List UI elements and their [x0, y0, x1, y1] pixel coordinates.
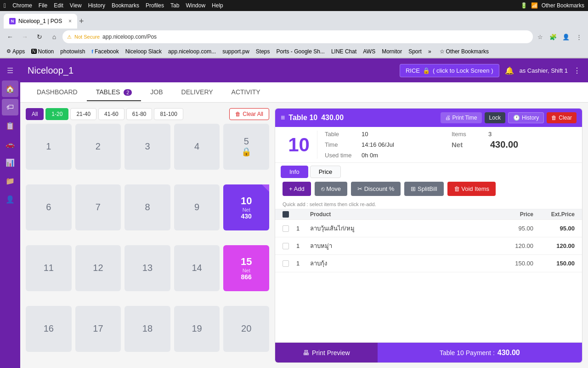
home-button[interactable]: ⌂ [48, 30, 61, 43]
browser-tab-active[interactable]: N Niceloop_1 | POS × [4, 14, 77, 29]
apps-icon: ⚙ [6, 48, 11, 54]
menu-tab[interactable]: Tab [170, 2, 179, 9]
bookmark-steps[interactable]: Steps [253, 47, 273, 56]
filter-81-100-button[interactable]: 81-100 [154, 108, 183, 120]
extension-icon[interactable]: 🧩 [548, 31, 559, 42]
tab-dashboard[interactable]: DASHBOARD [28, 84, 87, 101]
bookmark-line-chat[interactable]: LINE Chat [328, 47, 359, 56]
table-18[interactable]: 18 [124, 306, 170, 352]
sport-label: Sport [408, 48, 422, 55]
tab-tables[interactable]: TABLES 2 [87, 84, 141, 101]
table-9[interactable]: 9 [174, 184, 220, 230]
tab-activity[interactable]: ACTIVITY [222, 84, 270, 101]
sidebar-icon-user[interactable]: 👤 [2, 191, 18, 207]
apple-menu[interactable]:  [4, 2, 6, 9]
menu-help[interactable]: Help [212, 2, 223, 9]
sidebar-icon-tag[interactable]: 🏷 [2, 99, 18, 115]
price-tab[interactable]: Price [310, 166, 341, 178]
table-15[interactable]: 15 Net 866 [223, 245, 269, 291]
sidebar-icon-home[interactable]: 🏠 [2, 80, 18, 97]
item-checkbox-2[interactable] [283, 243, 289, 249]
split-bill-button[interactable]: ⊞ SplitBill [404, 182, 443, 196]
forward-button[interactable]: → [18, 30, 31, 43]
table-3[interactable]: 3 [124, 124, 170, 170]
bookmark-notion[interactable]: N Notion [28, 47, 57, 56]
bookmark-facebook[interactable]: f Facebook [89, 47, 121, 56]
sidebar-icon-chart[interactable]: 📊 [2, 154, 18, 171]
bookmark-aws[interactable]: AWS [360, 47, 378, 56]
sidebar-icon-delivery[interactable]: 🚗 [2, 136, 18, 152]
payment-button[interactable]: Table 10 Payment : 430.00 [378, 343, 582, 362]
history-button[interactable]: 🕐 History [508, 112, 544, 123]
profile-icon[interactable]: 👤 [560, 31, 571, 42]
table-16[interactable]: 16 [26, 306, 72, 352]
table-4[interactable]: 4 [174, 124, 220, 170]
menu-edit[interactable]: Edit [54, 2, 63, 9]
bookmark-more[interactable]: » [425, 47, 434, 56]
address-bar[interactable]: ⚠ Not Secure app.niceloop.com/Pos [62, 30, 533, 43]
table-5[interactable]: 5 🔒 [223, 124, 269, 170]
more-icon[interactable]: ⋮ [573, 66, 581, 75]
bookmark-photowish[interactable]: photowish [57, 47, 88, 56]
menu-bookmarks[interactable]: Bookmarks [112, 2, 139, 9]
tab-delivery[interactable]: DELIVERY [172, 84, 222, 101]
bookmark-other[interactable]: ☆ Other Bookmarks [437, 47, 492, 56]
filter-41-60-button[interactable]: 41-60 [98, 108, 124, 120]
filter-all-button[interactable]: All [26, 108, 44, 120]
void-items-button[interactable]: 🗑 Void Items [447, 182, 496, 196]
lock-button[interactable]: Lock [485, 112, 505, 123]
tab-close-button[interactable]: × [68, 18, 72, 24]
header-checkbox[interactable] [283, 211, 289, 218]
bookmark-support[interactable]: support.pw [220, 47, 252, 56]
bookmark-star-icon[interactable]: ☆ [535, 31, 546, 42]
filter-21-40-button[interactable]: 21-40 [70, 108, 96, 120]
bookmark-ports[interactable]: Ports - Google Sh... [274, 47, 328, 56]
table-14[interactable]: 14 [174, 245, 220, 291]
back-button[interactable]: ← [4, 30, 17, 43]
table-2[interactable]: 2 [75, 124, 121, 170]
bookmark-niceloop-app[interactable]: app.niceloop.com... [165, 47, 219, 56]
item-checkbox-1[interactable] [283, 225, 289, 232]
add-button[interactable]: + Add [283, 182, 311, 196]
table-20[interactable]: 20 [223, 306, 269, 352]
table-10[interactable]: 10 Net 430 [223, 184, 269, 230]
menu-file[interactable]: File [39, 2, 47, 9]
table-1[interactable]: 1 [26, 124, 72, 170]
reload-button[interactable]: ↻ [33, 30, 46, 43]
clear-button[interactable]: 🗑 Clear [547, 112, 577, 123]
lock-screen-button[interactable]: RICE 🔒 ( click to Lock Screen ) [400, 64, 499, 77]
bookmark-mornitor[interactable]: Mornitor [379, 47, 405, 56]
bookmark-apps[interactable]: ⚙ Apps [4, 47, 28, 56]
table-8[interactable]: 8 [124, 184, 170, 230]
item-checkbox-3[interactable] [283, 260, 289, 267]
print-time-button[interactable]: 🖨 Print Time [441, 112, 482, 123]
table-6[interactable]: 6 [26, 184, 72, 230]
discount-button[interactable]: ✂ Discount % [351, 182, 401, 196]
table-12[interactable]: 12 [75, 245, 121, 291]
move-button[interactable]: ⎋ Move [315, 182, 347, 196]
table-19[interactable]: 19 [174, 306, 220, 352]
menu-profiles[interactable]: Profiles [146, 2, 164, 9]
tab-job[interactable]: JOB [141, 84, 172, 101]
bookmark-niceloop-slack[interactable]: Niceloop Slack [123, 47, 164, 56]
filter-61-80-button[interactable]: 61-80 [126, 108, 153, 120]
clear-all-button[interactable]: 🗑 Clear All [229, 108, 269, 120]
sidebar-icon-reports[interactable]: 📁 [2, 172, 18, 189]
info-tab[interactable]: Info [281, 166, 308, 178]
app-menu-chrome[interactable]: Chrome [12, 2, 32, 9]
filter-1-20-button[interactable]: 1-20 [45, 108, 68, 120]
notification-icon[interactable]: 🔔 [505, 66, 514, 75]
print-preview-button[interactable]: 🖶 Print Preview [275, 343, 378, 362]
menu-history[interactable]: History [88, 2, 105, 9]
sidebar-icon-menu[interactable]: ☰ [2, 62, 18, 79]
table-13[interactable]: 13 [124, 245, 170, 291]
sidebar-icon-list[interactable]: 📋 [2, 117, 18, 134]
table-11[interactable]: 11 [26, 245, 72, 291]
new-tab-button[interactable]: + [79, 14, 84, 29]
table-17[interactable]: 17 [75, 306, 121, 352]
menu-window[interactable]: Window [186, 2, 205, 9]
bookmark-sport[interactable]: Sport [406, 47, 424, 56]
menu-dots-icon[interactable]: ⋮ [573, 31, 584, 42]
table-7[interactable]: 7 [75, 184, 121, 230]
menu-view[interactable]: View [70, 2, 82, 9]
